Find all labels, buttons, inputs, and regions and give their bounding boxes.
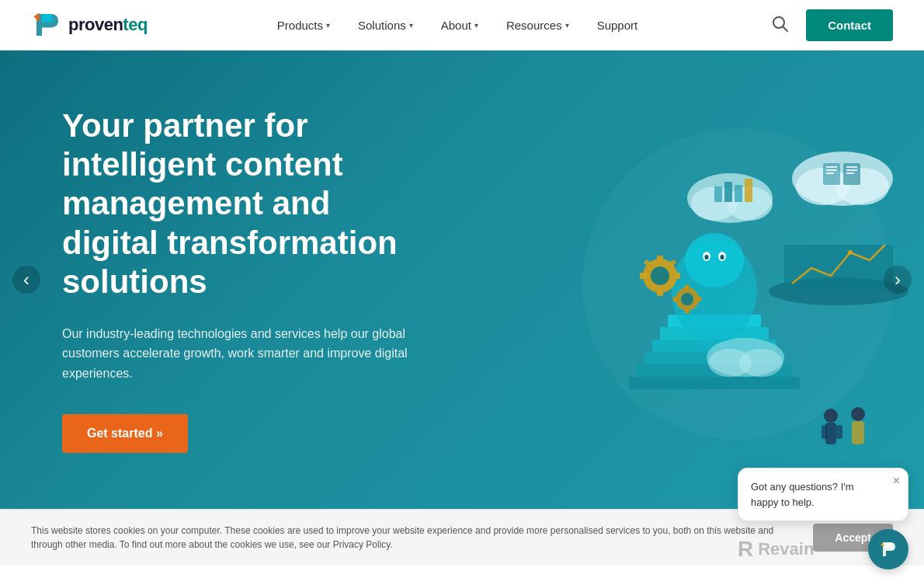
- svg-rect-52: [822, 425, 828, 439]
- get-started-button[interactable]: Get started »: [62, 414, 188, 453]
- nav-item-solutions[interactable]: Solutions ▾: [344, 0, 427, 50]
- svg-point-58: [739, 349, 783, 377]
- hero-section: ‹ Your partner for intelligent content m…: [0, 50, 924, 509]
- search-button[interactable]: [767, 11, 794, 40]
- svg-point-49: [848, 250, 853, 255]
- chat-message: Got any questions? I'm happy to help.: [751, 479, 895, 510]
- hero-content: Your partner for intelligent content man…: [0, 60, 481, 500]
- chat-toggle-button[interactable]: [868, 529, 908, 566]
- chat-close-button[interactable]: ×: [893, 475, 900, 487]
- svg-rect-20: [674, 273, 680, 279]
- svg-rect-19: [640, 273, 646, 279]
- svg-rect-44: [846, 166, 857, 168]
- chevron-down-icon: ▾: [409, 21, 413, 30]
- carousel-prev-button[interactable]: ‹: [12, 266, 40, 294]
- svg-rect-33: [724, 182, 732, 202]
- svg-rect-18: [657, 290, 663, 296]
- cookie-text: This website stores cookies on your comp…: [31, 524, 797, 552]
- svg-rect-46: [846, 172, 854, 174]
- svg-rect-34: [735, 185, 742, 202]
- nav-item-resources[interactable]: Resources ▾: [492, 0, 583, 50]
- svg-rect-53: [836, 425, 842, 439]
- search-icon: [772, 16, 789, 33]
- logo-text: proventeq: [68, 15, 148, 35]
- svg-rect-35: [745, 179, 752, 202]
- chevron-down-icon: ▾: [326, 21, 330, 30]
- svg-rect-32: [714, 186, 722, 202]
- carousel-next-button[interactable]: ›: [884, 266, 912, 294]
- svg-rect-40: [826, 166, 837, 168]
- svg-point-10: [685, 233, 744, 287]
- svg-rect-27: [673, 297, 678, 301]
- chat-avatar-row: R Revain: [738, 529, 908, 566]
- svg-rect-3: [629, 377, 800, 389]
- svg-rect-26: [685, 308, 690, 313]
- svg-point-54: [851, 407, 865, 421]
- svg-rect-45: [846, 169, 857, 171]
- chat-bubble: × Got any questions? I'm happy to help.: [738, 468, 908, 521]
- svg-rect-17: [657, 256, 663, 262]
- contact-button[interactable]: Contact: [806, 9, 893, 41]
- logo-icon: [31, 9, 64, 41]
- hero-title: Your partner for intelligent content man…: [62, 106, 435, 302]
- svg-rect-41: [826, 169, 837, 171]
- chevron-down-icon: ▾: [565, 21, 569, 30]
- chat-icon: [878, 539, 898, 559]
- nav-item-support[interactable]: Support: [583, 0, 652, 50]
- svg-point-24: [681, 293, 693, 305]
- hero-illustration: [474, 50, 924, 509]
- main-nav: Products ▾ Solutions ▾ About ▾ Resources…: [263, 0, 651, 50]
- svg-rect-28: [696, 297, 701, 301]
- svg-point-16: [651, 266, 669, 285]
- logo[interactable]: proventeq: [31, 9, 148, 41]
- svg-rect-42: [826, 172, 834, 174]
- nav-item-about[interactable]: About ▾: [427, 0, 492, 50]
- svg-point-38: [835, 168, 889, 205]
- svg-point-50: [824, 409, 838, 423]
- svg-rect-25: [685, 285, 690, 290]
- svg-rect-55: [852, 421, 864, 444]
- hero-subtitle: Our industry-leading technologies and se…: [62, 324, 435, 384]
- header: proventeq Products ▾ Solutions ▾ About ▾…: [0, 0, 924, 50]
- chat-widget: × Got any questions? I'm happy to help. …: [738, 468, 908, 566]
- svg-point-13: [705, 255, 709, 259]
- nav-item-products[interactable]: Products ▾: [263, 0, 344, 50]
- chevron-down-icon: ▾: [474, 21, 478, 30]
- revain-branding: R Revain: [738, 537, 814, 562]
- svg-rect-48: [784, 245, 893, 291]
- svg-line-1: [783, 26, 788, 31]
- header-actions: Contact: [767, 9, 893, 41]
- svg-point-14: [721, 255, 724, 259]
